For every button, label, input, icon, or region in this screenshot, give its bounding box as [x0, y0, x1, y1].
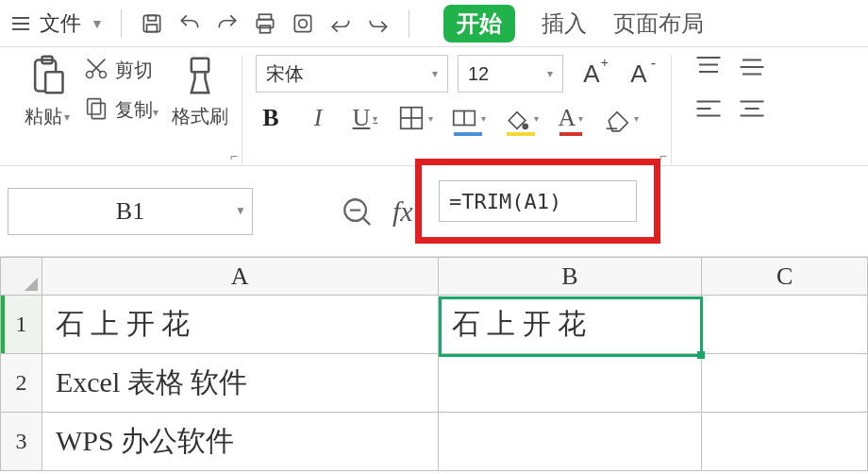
clipboard-expand-icon[interactable]: ⌐: [230, 148, 238, 163]
tab-page-layout[interactable]: 页面布局: [613, 8, 704, 39]
scissors-icon: [83, 55, 109, 85]
chevron-down-icon: ▼: [91, 16, 104, 31]
font-size-select[interactable]: 12 ▾: [458, 55, 563, 93]
svg-line-41: [363, 218, 370, 225]
formula-text: =TRIM(A1): [449, 190, 561, 213]
column-header-a[interactable]: A: [42, 258, 438, 296]
format-painter-label: 格式刷: [172, 104, 228, 129]
align-middle-button[interactable]: [738, 55, 766, 83]
menu-bar: 文件 ▼ 开始 插入 页面布局: [0, 0, 868, 47]
redo-history-button[interactable]: [365, 10, 392, 37]
copy-icon: [83, 94, 109, 125]
svg-point-10: [299, 19, 308, 27]
ribbon-toolbar: 粘贴▾ 剪切 复制▾ 格式刷 ⌐: [0, 47, 868, 166]
tab-insert[interactable]: 插入: [542, 8, 587, 39]
font-size-value: 12: [468, 63, 489, 85]
svg-rect-8: [259, 25, 270, 33]
format-painter-button[interactable]: 格式刷: [172, 55, 228, 129]
svg-rect-5: [146, 25, 157, 32]
svg-point-26: [523, 124, 527, 128]
fill-color-button[interactable]: ▾: [503, 102, 539, 134]
align-left-button[interactable]: [694, 96, 723, 125]
name-box[interactable]: B1 ▼: [8, 188, 253, 235]
hamburger-icon: [9, 12, 32, 35]
copy-button[interactable]: 复制▾: [83, 94, 159, 125]
chevron-down-icon: ▾: [432, 67, 438, 80]
save-button[interactable]: [139, 10, 165, 37]
borders-button[interactable]: ▾: [397, 102, 433, 134]
column-header-b[interactable]: B: [438, 258, 702, 296]
cell-a2[interactable]: Excel 表格 软件: [42, 354, 438, 413]
file-menu-label: 文件: [40, 9, 81, 38]
row-header-3[interactable]: 3: [1, 413, 42, 471]
cut-button[interactable]: 剪切: [83, 55, 159, 85]
ribbon-tabs: 开始 插入 页面布局: [443, 5, 704, 42]
merge-cells-button[interactable]: ▾: [450, 102, 486, 134]
cell-b2[interactable]: [438, 354, 702, 413]
cell-c2[interactable]: [702, 354, 868, 413]
cut-label: 剪切: [115, 58, 153, 83]
undo-button[interactable]: [176, 10, 203, 37]
file-menu[interactable]: 文件 ▼: [9, 9, 104, 38]
fx-button[interactable]: fx: [392, 195, 413, 228]
bold-button[interactable]: B: [256, 102, 286, 134]
font-name-value: 宋体: [266, 61, 304, 87]
redo-button[interactable]: [214, 10, 241, 37]
align-top-button[interactable]: [694, 55, 723, 83]
cell-c1[interactable]: [702, 296, 868, 354]
clipboard-group: 粘贴▾ 剪切 复制▾ 格式刷 ⌐: [11, 55, 242, 165]
brush-icon: [179, 55, 221, 100]
formula-bar: B1 ▼ fx =TRIM(A1): [0, 166, 868, 257]
cell-b1[interactable]: 石 上 开 花: [438, 296, 702, 354]
svg-rect-20: [192, 59, 209, 73]
cell-reference: B1: [116, 197, 144, 226]
formula-input[interactable]: =TRIM(A1): [439, 180, 637, 222]
column-header-c[interactable]: C: [702, 258, 868, 296]
cell-a1[interactable]: 石 上 开 花: [42, 296, 438, 354]
copy-label: 复制: [115, 99, 153, 120]
spreadsheet-grid: A B C 1 石 上 开 花 石 上 开 花 2 Excel 表格 软件 3 …: [0, 257, 868, 471]
align-center-button[interactable]: [738, 96, 766, 125]
select-all-corner[interactable]: [1, 258, 42, 296]
svg-rect-4: [148, 15, 157, 20]
undo-history-button[interactable]: [327, 10, 354, 37]
cell-a3[interactable]: WPS 办公软件: [42, 413, 438, 471]
chevron-down-icon: ▾: [547, 67, 553, 80]
divider: [409, 9, 409, 38]
font-name-select[interactable]: 宋体 ▾: [256, 55, 448, 93]
row-header-2[interactable]: 2: [1, 354, 42, 413]
italic-button[interactable]: I: [303, 102, 333, 134]
font-expand-icon[interactable]: ⌐: [659, 148, 667, 163]
divider: [121, 9, 122, 38]
svg-rect-9: [294, 15, 310, 31]
print-preview-button[interactable]: [290, 10, 316, 37]
chevron-down-icon: ▼: [235, 204, 246, 218]
paste-button[interactable]: 粘贴▾: [25, 55, 70, 129]
row-header-1[interactable]: 1: [1, 296, 42, 354]
paste-label: 粘贴: [25, 104, 62, 129]
font-group: 宋体 ▾ 12 ▾ A A B I U▾ ▾ ▾ ▾: [242, 55, 671, 165]
formula-highlight: =TRIM(A1): [415, 159, 660, 244]
zoom-tool-button[interactable]: [338, 193, 376, 230]
cell-c3[interactable]: [702, 413, 868, 471]
decrease-font-button[interactable]: A: [620, 55, 658, 93]
svg-rect-18: [88, 99, 101, 114]
cell-b3[interactable]: [438, 413, 702, 471]
paste-icon: [26, 55, 68, 100]
svg-rect-13: [45, 72, 62, 93]
clear-format-button[interactable]: ▾: [603, 102, 639, 134]
align-group: [671, 55, 770, 165]
font-color-button[interactable]: A ▾: [556, 102, 586, 134]
svg-rect-19: [92, 103, 105, 118]
tab-start[interactable]: 开始: [443, 5, 515, 42]
increase-font-button[interactable]: A: [573, 55, 610, 93]
underline-button[interactable]: U▾: [350, 102, 380, 134]
print-button[interactable]: [252, 10, 278, 37]
